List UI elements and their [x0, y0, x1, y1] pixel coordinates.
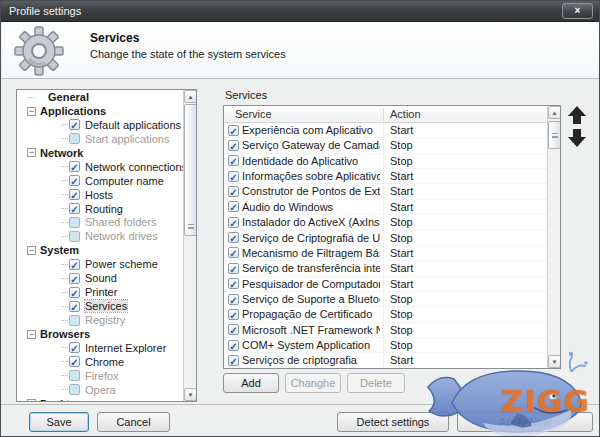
apply-now-button[interactable]: Apply Now [457, 412, 593, 432]
checkbox-checked-icon[interactable]: ✓ [228, 217, 239, 228]
checkbox-unchecked-icon[interactable] [69, 217, 80, 228]
checkbox-checked-icon[interactable]: ✓ [69, 175, 80, 186]
checkbox-checked-icon[interactable]: ✓ [228, 309, 239, 320]
tree-section-system[interactable]: −System [17, 244, 183, 258]
checkbox-checked-icon[interactable]: ✓ [228, 125, 239, 136]
table-row[interactable]: ✓Áudio do WindowsStart [224, 200, 547, 215]
tree-item-chrome[interactable]: ✓Chrome [17, 356, 183, 370]
checkbox-unchecked-icon[interactable] [69, 231, 80, 242]
tree-item-routing[interactable]: ✓Routing [17, 203, 183, 217]
table-row[interactable]: ✓Construtor de Pontos de Extr...Start [224, 184, 547, 199]
tree-section-desktop[interactable]: −Desktop [17, 398, 183, 402]
tree-item-default-applications[interactable]: ✓Default applications [17, 119, 183, 133]
detect-settings-button[interactable]: Detect settings [337, 412, 449, 432]
checkbox-unchecked-icon[interactable] [69, 370, 80, 381]
checkbox-checked-icon[interactable]: ✓ [228, 232, 239, 243]
checkbox-unchecked-icon[interactable] [69, 384, 80, 395]
checkbox-checked-icon[interactable]: ✓ [228, 140, 239, 151]
add-button[interactable]: Add [223, 373, 279, 393]
tree-item-printer[interactable]: ✓Printer [17, 286, 183, 300]
checkbox-checked-icon[interactable]: ✓ [228, 186, 239, 197]
table-row[interactable]: ✓Instalador do ActiveX (AxInst...Stop [224, 215, 547, 230]
table-header[interactable]: Service Action [224, 106, 547, 123]
tree-item-sound[interactable]: ✓Sound [17, 272, 183, 286]
checkbox-checked-icon[interactable]: ✓ [228, 278, 239, 289]
checkbox-checked-icon[interactable]: ✓ [228, 324, 239, 335]
table-row[interactable]: ✓Serviço de Suporte a BluetoothStop [224, 292, 547, 307]
checkbox-checked-icon[interactable]: ✓ [228, 294, 239, 305]
table-row[interactable]: ✓Serviços de criptografiaStart [224, 353, 547, 368]
tree-scrollbar[interactable]: ▲ ▼ [183, 90, 196, 401]
checkbox-checked-icon[interactable]: ✓ [228, 155, 239, 166]
table-row[interactable]: ✓Serviço Gateway de Camada ...Stop [224, 138, 547, 153]
scroll-up-icon[interactable]: ▲ [184, 90, 197, 103]
column-header-action[interactable]: Action [390, 108, 421, 120]
table-row[interactable]: ✓Serviço de Criptografia de Uni...Stop [224, 231, 547, 246]
delete-button[interactable]: Delete [347, 373, 405, 393]
checkbox-checked-icon[interactable]: ✓ [69, 161, 80, 172]
collapse-icon[interactable]: − [27, 148, 36, 157]
tree-section-browsers[interactable]: −Browsers [17, 328, 183, 342]
checkbox-checked-icon[interactable]: ✓ [69, 189, 80, 200]
table-row[interactable]: ✓Mecanismo de Filtragem BásicaStart [224, 246, 547, 261]
tree-item-registry[interactable]: Registry [17, 314, 183, 328]
collapse-icon[interactable]: − [27, 107, 36, 116]
change-button[interactable]: Changhe [285, 373, 341, 393]
checkbox-checked-icon[interactable]: ✓ [69, 301, 80, 312]
table-row[interactable]: ✓Propagação de CertificadoStop [224, 307, 547, 322]
checkbox-checked-icon[interactable]: ✓ [69, 259, 80, 270]
tree-section-general[interactable]: General [17, 91, 183, 105]
checkbox-checked-icon[interactable]: ✓ [228, 171, 239, 182]
tree-item-network-connections[interactable]: ✓Network connections [17, 161, 183, 175]
move-up-button[interactable] [567, 105, 589, 125]
title-bar[interactable]: Profile settings × [1, 1, 599, 22]
checkbox-checked-icon[interactable]: ✓ [69, 119, 80, 130]
checkbox-checked-icon[interactable]: ✓ [69, 273, 80, 284]
column-divider[interactable] [383, 108, 384, 121]
tree-item-internet-explorer[interactable]: ✓Internet Explorer [17, 342, 183, 356]
table-row[interactable]: ✓Informações sobre AplicativosStart [224, 169, 547, 184]
tree-item-power-scheme[interactable]: ✓Power scheme [17, 258, 183, 272]
cancel-button[interactable]: Cancel [97, 412, 170, 432]
checkbox-unchecked-icon[interactable] [69, 315, 80, 326]
tree-scrollbar-thumb[interactable] [184, 104, 197, 236]
collapse-icon[interactable]: − [27, 246, 36, 255]
checkbox-checked-icon[interactable]: ✓ [228, 247, 239, 258]
checkbox-checked-icon[interactable]: ✓ [228, 340, 239, 351]
scroll-up-icon[interactable]: ▲ [548, 106, 561, 119]
table-row[interactable]: ✓Identidade do AplicativoStop [224, 154, 547, 169]
tree-item-firefox[interactable]: Firefox [17, 370, 183, 384]
table-scrollbar[interactable]: ▲ ▼ [547, 106, 560, 368]
checkbox-unchecked-icon[interactable] [69, 133, 80, 144]
tree-item-network-drives[interactable]: Network drives [17, 230, 183, 244]
column-header-service[interactable]: Service [235, 108, 272, 120]
checkbox-checked-icon[interactable]: ✓ [69, 342, 80, 353]
scroll-down-icon[interactable]: ▼ [548, 355, 561, 368]
tree-item-hosts[interactable]: ✓Hosts [17, 189, 183, 203]
move-down-button[interactable] [567, 128, 589, 148]
collapse-icon[interactable]: − [27, 399, 36, 402]
table-row[interactable]: ✓Serviço de transferência inteli...Start [224, 261, 547, 276]
tree-item-services[interactable]: ✓Services [17, 300, 183, 314]
tree-item-computer-name[interactable]: ✓Computer name [17, 175, 183, 189]
tree-item-shared-folders[interactable]: Shared folders [17, 216, 183, 230]
tree-section-network[interactable]: −Network [17, 147, 183, 161]
checkbox-checked-icon[interactable]: ✓ [69, 356, 80, 367]
table-row[interactable]: ✓COM+ System ApplicationStop [224, 338, 547, 353]
scroll-down-icon[interactable]: ▼ [184, 388, 197, 401]
checkbox-checked-icon[interactable]: ✓ [228, 201, 239, 212]
table-scrollbar-thumb[interactable] [548, 121, 561, 149]
close-button[interactable]: × [562, 3, 593, 19]
tree-item-opera[interactable]: Opera [17, 384, 183, 398]
collapse-icon[interactable]: − [27, 330, 36, 339]
checkbox-checked-icon[interactable]: ✓ [228, 355, 239, 366]
table-row[interactable]: ✓Experiência com AplicativoStart [224, 123, 547, 138]
checkbox-checked-icon[interactable]: ✓ [69, 203, 80, 214]
table-row[interactable]: ✓Microsoft .NET Framework NG...Stop [224, 323, 547, 338]
checkbox-checked-icon[interactable]: ✓ [228, 263, 239, 274]
tree-item-start-applications[interactable]: Start applications [17, 133, 183, 147]
save-button[interactable]: Save [29, 412, 89, 432]
checkbox-checked-icon[interactable]: ✓ [69, 287, 80, 298]
tree-section-applications[interactable]: −Applications [17, 105, 183, 119]
table-row[interactable]: ✓Pesquisador de ComputadoresStart [224, 277, 547, 292]
